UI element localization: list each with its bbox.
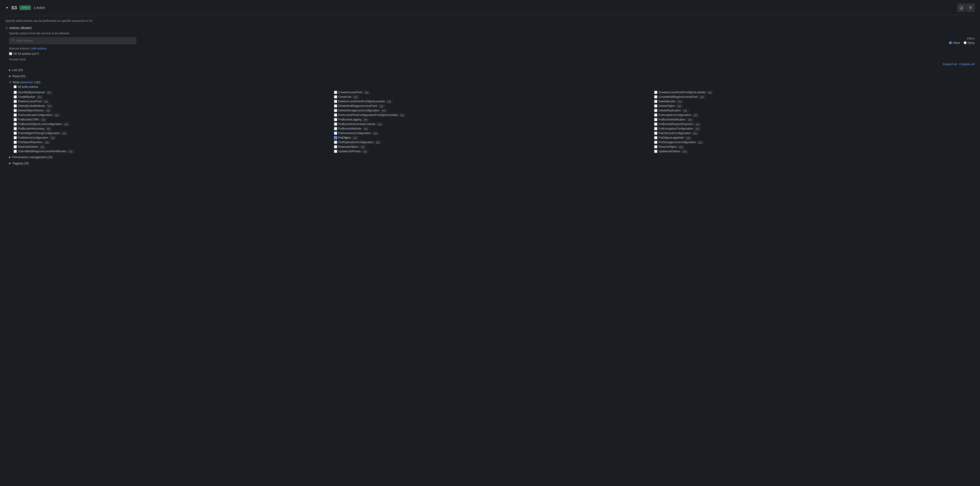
info-badge[interactable]: Info: [40, 118, 47, 121]
info-badge[interactable]: Info: [352, 95, 359, 98]
item-checkbox[interactable]: [334, 122, 337, 126]
info-badge[interactable]: Info: [676, 105, 683, 108]
info-badge[interactable]: Info: [699, 95, 705, 98]
item-checkbox[interactable]: [654, 118, 657, 121]
add-actions-link[interactable]: Add actions: [31, 47, 46, 50]
info-badge[interactable]: Info: [697, 141, 703, 144]
item-checkbox[interactable]: [334, 91, 337, 94]
item-checkbox[interactable]: [14, 100, 17, 103]
info-badge[interactable]: Info: [46, 105, 52, 108]
info-badge[interactable]: Info: [54, 114, 60, 117]
filter-actions-input[interactable]: [9, 37, 136, 44]
item-checkbox[interactable]: [14, 145, 17, 148]
info-badge[interactable]: Info: [694, 127, 701, 130]
info-badge[interactable]: Info: [378, 105, 385, 108]
item-checkbox[interactable]: [14, 136, 17, 139]
info-badge[interactable]: Info: [363, 118, 369, 121]
item-checkbox[interactable]: [14, 104, 17, 108]
group-write-header[interactable]: ▼ Write (Selected 1/42): [9, 80, 975, 85]
item-checkbox[interactable]: [654, 95, 657, 98]
deny-radio[interactable]: [964, 41, 967, 44]
item-checkbox[interactable]: [14, 132, 17, 135]
collapse-section-arrow[interactable]: ▼: [5, 6, 9, 10]
allow-radio[interactable]: [949, 41, 952, 44]
item-checkbox[interactable]: [334, 113, 337, 117]
item-checkbox[interactable]: [654, 100, 657, 103]
info-badge[interactable]: Info: [362, 150, 369, 153]
item-checkbox[interactable]: [654, 145, 657, 148]
expand-all-link[interactable]: Expand all: [943, 62, 957, 66]
info-badge[interactable]: Info: [706, 91, 713, 94]
item-checkbox[interactable]: [654, 150, 657, 153]
info-badge[interactable]: Info: [386, 100, 393, 103]
info-badge[interactable]: Info: [43, 100, 49, 103]
copy-button[interactable]: [957, 4, 966, 12]
item-checkbox[interactable]: [654, 132, 657, 135]
info-badge[interactable]: Info: [692, 132, 698, 135]
item-checkbox[interactable]: [654, 141, 657, 144]
info-badge[interactable]: Info: [682, 109, 689, 112]
item-checkbox[interactable]: [334, 95, 337, 98]
info-badge[interactable]: Info: [45, 127, 52, 130]
item-checkbox[interactable]: [654, 122, 657, 126]
info-badge[interactable]: Info: [364, 91, 370, 94]
info-badge[interactable]: Info: [694, 123, 701, 126]
info-badge[interactable]: Info: [46, 91, 52, 94]
info-badge[interactable]: Info: [678, 145, 684, 148]
info-badge[interactable]: Info: [363, 127, 369, 130]
item-checkbox[interactable]: [654, 136, 657, 139]
info-badge[interactable]: Info: [63, 123, 70, 126]
item-checkbox[interactable]: [334, 118, 337, 121]
info-badge[interactable]: Info: [380, 109, 387, 112]
item-checkbox[interactable]: [14, 109, 17, 112]
info-badge[interactable]: Info: [375, 141, 381, 144]
info-badge[interactable]: Info: [45, 109, 51, 112]
item-checkbox[interactable]: [14, 141, 17, 144]
item-checkbox[interactable]: [14, 150, 17, 153]
all-write-checkbox[interactable]: [14, 85, 17, 88]
info-badge[interactable]: Info: [681, 150, 688, 153]
info-badge[interactable]: Info: [36, 95, 43, 98]
item-checkbox[interactable]: [14, 91, 17, 94]
collapse-all-link[interactable]: Collapse all: [959, 62, 975, 66]
item-checkbox[interactable]: [334, 109, 337, 112]
item-checkbox[interactable]: [654, 104, 657, 108]
info-badge[interactable]: Info: [692, 114, 699, 117]
info-badge[interactable]: Info: [677, 100, 683, 103]
info-badge[interactable]: Info: [360, 145, 366, 148]
item-checkbox[interactable]: [334, 127, 337, 130]
item-checkbox[interactable]: [14, 122, 17, 126]
item-checkbox[interactable]: [14, 113, 17, 117]
info-badge[interactable]: Info: [44, 141, 50, 144]
group-list-header[interactable]: ▶ List (10): [9, 68, 975, 72]
group-tagging-header[interactable]: ▶ Tagging (10): [9, 161, 975, 166]
item-checkbox[interactable]: [334, 145, 337, 148]
info-badge[interactable]: Info: [399, 114, 406, 117]
info-badge[interactable]: Info: [687, 118, 693, 121]
allow-radio-label[interactable]: Allow: [949, 41, 960, 44]
item-checkbox[interactable]: [14, 95, 17, 98]
item-checkbox[interactable]: [334, 132, 337, 135]
item-checkbox[interactable]: [334, 136, 337, 139]
item-checkbox[interactable]: [654, 127, 657, 130]
deny-radio-label[interactable]: Deny: [964, 41, 975, 44]
item-checkbox[interactable]: [14, 127, 17, 130]
group-read-header[interactable]: ▶ Read (53): [9, 74, 975, 78]
group-permissions-header[interactable]: ▶ Permissions management (15): [9, 155, 975, 159]
actions-allowed-header[interactable]: ▼ Actions allowed: [5, 26, 975, 30]
item-checkbox[interactable]: [654, 109, 657, 112]
item-checkbox[interactable]: [14, 118, 17, 121]
info-badge[interactable]: Info: [67, 150, 74, 153]
item-checkbox[interactable]: [654, 113, 657, 117]
item-checkbox[interactable]: [334, 100, 337, 103]
all-s3-actions-checkbox[interactable]: [9, 52, 12, 55]
item-checkbox[interactable]: [654, 91, 657, 94]
info-badge[interactable]: Info: [61, 132, 67, 135]
s3-link[interactable]: S3: [89, 19, 92, 22]
item-checkbox[interactable]: [334, 141, 337, 144]
item-checkbox[interactable]: [334, 104, 337, 108]
info-badge[interactable]: Info: [49, 137, 56, 139]
info-badge[interactable]: Info: [372, 132, 379, 135]
info-badge[interactable]: Info: [685, 137, 692, 139]
info-badge[interactable]: Info: [352, 137, 358, 139]
